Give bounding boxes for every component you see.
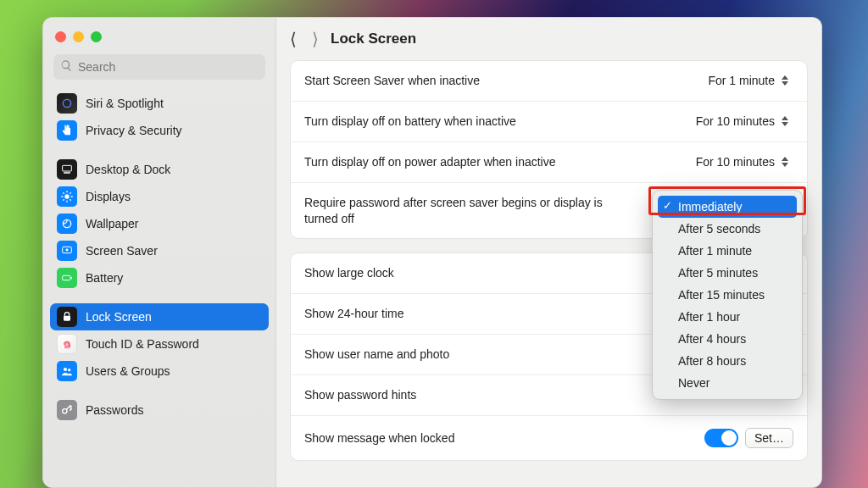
sidebar-list: Siri & Spotlight Privacy & Security Desk… [43,90,275,487]
setting-popup-button[interactable]: For 10 minutes [696,114,793,129]
sidebar-item-label: Screen Saver [86,244,158,258]
svg-point-0 [63,99,70,107]
sidebar-item-screensaver[interactable]: Screen Saver [50,237,269,264]
nav-buttons: ⟨ ⟩ [290,29,319,49]
svg-rect-17 [64,316,70,321]
lock-icon [57,307,77,327]
svg-point-14 [66,249,69,252]
setting-popup-button[interactable]: For 10 minutes [696,154,793,169]
svg-line-10 [63,199,64,200]
zoom-window[interactable] [91,31,102,42]
sidebar-item-label: Privacy & Security [86,124,182,137]
sidebar-item-passwords[interactable]: Passwords [50,396,269,424]
svg-rect-1 [63,165,72,171]
svg-line-11 [70,192,70,193]
dropdown-option[interactable]: After 1 hour [658,306,797,328]
page-title: Lock Screen [331,30,416,47]
forward-button: ⟩ [312,29,319,49]
setting-label: Turn display off on power adapter when i… [304,154,696,170]
sidebar-item-label: Siri & Spotlight [86,97,164,110]
toggle-switch[interactable] [704,429,738,447]
chevron-updown-icon [782,114,793,129]
svg-point-3 [64,194,69,198]
search-field[interactable] [53,54,265,80]
svg-rect-16 [71,277,72,280]
sidebar-item-displays[interactable]: Displays [50,183,269,210]
sidebar: Siri & Spotlight Privacy & Security Desk… [43,18,276,487]
svg-line-9 [70,199,70,200]
dropdown-option[interactable]: Immediately [658,196,797,218]
hand-icon [57,120,77,141]
search-icon [60,59,73,75]
setting-popup-button[interactable]: For 1 minute [708,73,793,88]
key-icon [57,400,77,420]
chevron-updown-icon [782,73,793,88]
dropdown-option[interactable]: After 15 minutes [658,284,797,306]
fingerprint-icon [57,334,77,354]
sidebar-item-wallpaper[interactable]: Wallpaper [50,210,269,237]
sidebar-item-battery[interactable]: Battery [50,264,269,291]
sidebar-item-privacy[interactable]: Privacy & Security [50,117,269,144]
set-button[interactable]: Set… [745,428,793,448]
setting-value: For 10 minutes [696,114,775,128]
sidebar-item-desktop[interactable]: Desktop & Dock [50,156,269,183]
close-window[interactable] [55,31,66,42]
dropdown-option[interactable]: Never [658,372,797,394]
wallpaper-icon [57,214,77,234]
screensaver-icon [57,241,77,261]
siri-icon [57,93,77,114]
chevron-updown-icon [782,154,793,169]
dropdown-option[interactable]: After 5 minutes [658,262,797,284]
svg-rect-2 [64,172,70,173]
search-input[interactable] [78,60,259,74]
sidebar-item-users[interactable]: Users & Groups [50,358,269,385]
setting-message-locked: Show message when locked Set… [291,416,807,460]
setting-value: For 10 minutes [696,155,775,169]
setting-display-off-adapter: Turn display off on power adapter when i… [291,142,807,183]
sun-icon [57,186,77,207]
setting-display-off-battery: Turn display off on battery when inactiv… [291,102,807,142]
sidebar-item-siri[interactable]: Siri & Spotlight [50,90,269,117]
sidebar-item-label: Wallpaper [86,217,139,230]
setting-label: Start Screen Saver when inactive [304,73,708,89]
dropdown-option[interactable]: After 8 hours [658,350,797,372]
sidebar-item-label: Displays [86,190,131,203]
window-controls [43,26,275,54]
svg-rect-15 [63,275,70,280]
sidebar-item-label: Desktop & Dock [86,163,170,176]
dock-icon [57,159,77,180]
title-bar: ⟨ ⟩ Lock Screen [276,18,821,60]
sidebar-item-lockscreen[interactable]: Lock Screen [50,303,269,330]
battery-icon [57,268,77,288]
sidebar-item-label: Lock Screen [86,310,152,324]
require-password-dropdown[interactable]: Immediately After 5 seconds After 1 minu… [652,190,803,400]
setting-label: Show message when locked [304,430,704,446]
setting-screensaver-inactive: Start Screen Saver when inactive For 1 m… [291,61,807,102]
svg-line-8 [63,192,64,193]
sidebar-item-label: Users & Groups [86,364,170,378]
sidebar-item-label: Passwords [86,403,143,417]
sidebar-item-touchid[interactable]: Touch ID & Password [50,330,269,358]
svg-point-18 [64,368,67,371]
users-icon [57,361,77,381]
sidebar-item-label: Touch ID & Password [86,337,199,351]
svg-point-20 [63,409,67,413]
dropdown-option[interactable]: After 4 hours [658,328,797,350]
setting-label: Require password after screen saver begi… [304,195,626,227]
setting-label: Turn display off on battery when inactiv… [304,114,696,130]
svg-point-19 [68,369,70,371]
setting-value: For 1 minute [708,74,775,87]
back-button[interactable]: ⟨ [290,29,297,49]
sidebar-item-label: Battery [86,271,123,285]
dropdown-option[interactable]: After 1 minute [658,240,797,262]
dropdown-option[interactable]: After 5 seconds [658,218,797,240]
minimize-window[interactable] [73,31,84,42]
